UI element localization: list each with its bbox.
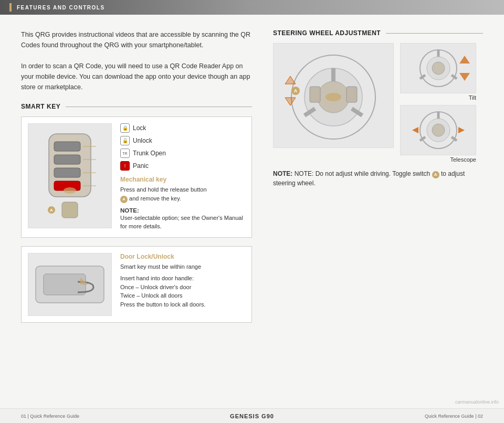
watermark: carmanualonline.info [455,399,499,405]
telescope-label: Telescope [450,156,476,163]
steering-marker-a: A [432,171,439,178]
door-lock-section: Door Lock/Unlock Smart key must be withi… [21,246,252,323]
door-text4: Twice – Unlock all doors [120,291,245,300]
steering-note-text: NOTE: Do not adjust while driving. Toggl… [295,170,430,177]
footer-right: Quick Reference Guide | 02 [425,414,483,419]
unlock-icon: 🔓 [120,136,130,145]
panic-feature-row: ! Panic [120,161,245,171]
smart-key-section-header: SMART KEY [21,103,252,110]
right-column: STEERING WHEEL ADJUSTMENT [273,29,483,323]
smart-key-image: A [28,123,112,228]
svg-rect-6 [62,202,78,218]
svg-rect-22 [310,87,320,102]
main-content: This QRG provides instructional videos t… [0,15,504,333]
svg-text:A: A [50,208,53,213]
telescope-label-container: Telescope [400,155,476,163]
svg-marker-28 [285,98,296,105]
svg-rect-23 [346,87,357,102]
lock-label: Lock [133,124,146,132]
footer: 01 | Quick Reference Guide GENESIS G90 Q… [0,408,504,423]
footer-center: GENESIS G90 [230,413,274,419]
svg-marker-36 [459,73,470,81]
door-lock-title: Door Lock/Unlock [120,253,245,260]
door-details: Door Lock/Unlock Smart key must be withi… [120,253,245,316]
telescope-image-container: Telescope [400,105,476,163]
intro-paragraph-2: In order to scan a QR Code, you will nee… [21,61,252,92]
lock-feature-row: 🔒 Lock [120,123,245,133]
steering-note-label: NOTE: [273,170,295,177]
svg-point-39 [432,124,445,136]
svg-rect-1 [54,142,80,151]
door-image [28,253,112,316]
door-text2: Insert hand into door handle: [120,274,245,283]
mechanical-key-text2: A and remove the key. [120,194,245,203]
svg-marker-27 [285,76,296,84]
svg-point-31 [432,62,445,75]
steering-header-line [386,33,483,34]
mechanical-key-title: Mechanical key [120,176,245,183]
note-title: NOTE: [120,207,139,214]
door-text3: Once – Unlock driver's door [120,283,245,292]
tilt-label: Tilt [400,94,476,101]
steering-right-images: Tilt [400,43,476,163]
svg-marker-35 [459,56,470,64]
steering-note: NOTE: NOTE: Do not adjust while driving.… [273,169,483,188]
steering-images-container: A [273,43,483,163]
svg-line-34 [452,75,457,79]
header-title: FEATURES AND CONTROLS [17,5,105,10]
svg-line-33 [420,75,425,79]
svg-marker-43 [412,127,418,133]
intro-paragraph-1: This QRG provides instructional videos t… [21,29,252,50]
note-text: User-selectable option; see the Owner's … [120,214,245,231]
trunk-feature-row: TR Trunk Open [120,149,245,158]
telescope-image [400,105,476,155]
steering-section-header: STEERING WHEEL ADJUSTMENT [273,29,483,37]
door-text5: Press the button to lock all doors. [120,300,245,309]
header-accent [9,3,12,12]
svg-rect-2 [54,155,80,164]
left-column: This QRG provides instructional videos t… [21,29,252,323]
tilt-image [400,43,476,93]
steering-title: STEERING WHEEL ADJUSTMENT [273,29,381,37]
lock-icon: 🔒 [120,123,130,133]
svg-marker-44 [458,127,465,133]
unlock-label: Unlock [133,137,152,144]
tilt-image-container: Tilt [400,43,476,101]
panic-icon: ! [120,161,130,171]
header-bar: FEATURES AND CONTROLS [0,0,504,15]
trunk-icon: TR [120,149,130,158]
mechanical-key-text: Press and hold the release button [120,185,245,194]
steering-main-image: A [273,43,394,148]
svg-rect-3 [54,168,80,177]
smart-key-section: A 🔒 Lock 🔓 Unlock TR Trunk Open [21,117,252,238]
unlock-feature-row: 🔓 Unlock [120,136,245,145]
svg-point-24 [326,93,341,101]
svg-line-42 [452,137,457,141]
svg-line-41 [420,137,425,141]
smart-key-details: 🔒 Lock 🔓 Unlock TR Trunk Open ! Panic [120,123,245,231]
smart-key-title: SMART KEY [21,103,60,110]
footer-left: 01 | Quick Reference Guide [21,414,79,419]
marker-a: A [120,196,128,203]
trunk-label: Trunk Open [133,150,166,157]
panic-label: Panic [133,162,149,170]
svg-text:A: A [294,88,298,93]
smart-key-header-line [66,107,252,107]
door-text1: Smart key must be within range [120,262,245,271]
mechanical-key-text2-content: and remove the key. [129,195,181,202]
svg-point-5 [64,187,76,194]
